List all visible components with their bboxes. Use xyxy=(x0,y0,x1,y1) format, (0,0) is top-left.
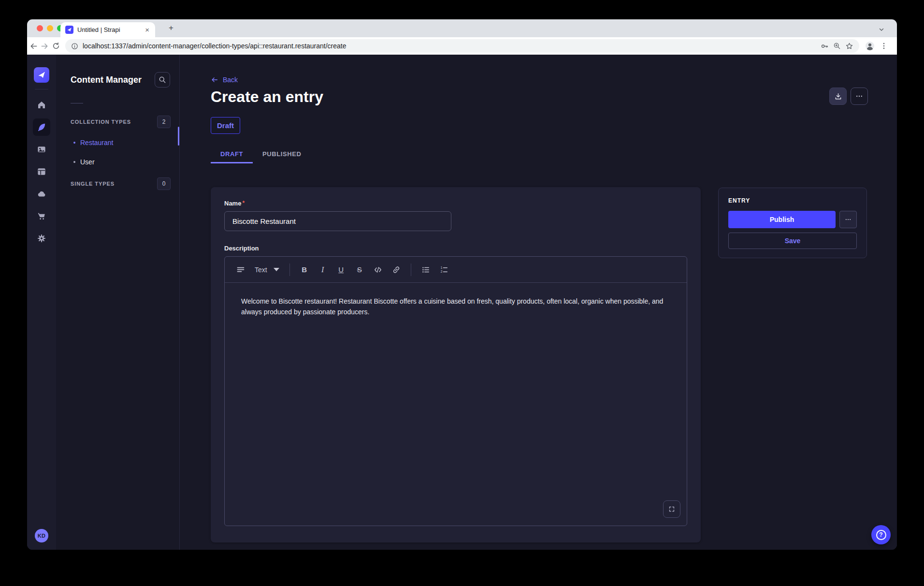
nav-marketplace-cart-icon[interactable] xyxy=(33,207,50,225)
help-button[interactable]: ? xyxy=(871,525,891,544)
nav-home-icon[interactable] xyxy=(33,96,50,114)
strapi-logo-icon[interactable] xyxy=(34,67,49,83)
tab-title: Untitled | Strapi xyxy=(77,26,140,33)
version-tabs: DRAFT PUBLISHED xyxy=(211,146,311,163)
main-content: Back Create an entry Draft DRAFT PUBLISH… xyxy=(180,55,897,550)
content-manager-subnav: Content Manager COLLECTION TYPES 2 Resta… xyxy=(56,55,180,550)
toolbar-divider xyxy=(289,264,290,276)
strapi-admin: KD Content Manager COLLECTION TYPES 2 xyxy=(27,55,897,550)
screenshot-stage: Untitled | Strapi × + local xyxy=(0,0,924,586)
url-bar[interactable]: localhost:1337/admin/content-manager/col… xyxy=(65,39,859,53)
tab-draft[interactable]: DRAFT xyxy=(211,146,253,163)
window-controls xyxy=(37,25,63,31)
save-button[interactable]: Save xyxy=(728,233,857,249)
publish-button[interactable]: Publish xyxy=(728,211,836,228)
bulleted-list-button[interactable] xyxy=(417,261,434,278)
browser-toolbar: localhost:1337/admin/content-manager/col… xyxy=(27,37,897,55)
search-button[interactable] xyxy=(155,72,170,88)
entry-panel-title: ENTRY xyxy=(728,197,857,204)
collection-types-count-badge: 2 xyxy=(157,116,171,128)
nav-content-manager-icon[interactable] xyxy=(33,118,50,136)
underline-button[interactable]: U xyxy=(332,261,350,278)
profile-avatar-icon[interactable] xyxy=(864,40,875,52)
description-editor-content[interactable]: Welcome to Biscotte restaurant! Restaura… xyxy=(225,283,687,526)
site-info-icon[interactable] xyxy=(71,43,78,50)
block-type-dropdown[interactable]: Text xyxy=(250,261,284,278)
bookmark-star-icon[interactable] xyxy=(845,42,853,50)
editor-toolbar: Text B I U S xyxy=(225,257,687,283)
entry-panel: ENTRY Publish Save xyxy=(718,188,867,258)
browser-tabstrip: Untitled | Strapi × + xyxy=(27,19,897,37)
sidebar-item-label: Restaurant xyxy=(80,139,113,146)
question-mark-icon: ? xyxy=(876,530,886,540)
collection-types-section: COLLECTION TYPES 2 xyxy=(56,116,179,128)
browser-tab[interactable]: Untitled | Strapi × xyxy=(60,22,155,37)
back-label: Back xyxy=(223,76,238,84)
svg-text:1: 1 xyxy=(440,266,442,269)
expand-editor-button[interactable] xyxy=(663,500,680,518)
nav-media-library-icon[interactable] xyxy=(33,141,50,158)
status-badge: Draft xyxy=(211,117,240,134)
main-nav-rail: KD xyxy=(27,55,56,550)
bold-button[interactable]: B xyxy=(296,261,313,278)
back-arrow-icon xyxy=(211,76,218,84)
nav-settings-gear-icon[interactable] xyxy=(33,230,50,247)
new-tab-button[interactable]: + xyxy=(166,23,176,33)
browser-menu-icon[interactable] xyxy=(878,40,889,52)
export-download-button[interactable] xyxy=(829,88,847,105)
reload-icon[interactable] xyxy=(50,40,61,52)
single-types-section: SINGLE TYPES 0 xyxy=(56,177,179,190)
header-actions xyxy=(829,88,868,105)
sidebar-item-restaurant[interactable]: Restaurant xyxy=(56,133,179,152)
back-link[interactable]: Back xyxy=(211,76,238,84)
tab-close-icon[interactable]: × xyxy=(144,25,150,34)
sidebar-item-label: User xyxy=(80,158,95,166)
link-button[interactable] xyxy=(388,261,405,278)
browser-window: Untitled | Strapi × + local xyxy=(27,19,897,550)
url-text[interactable]: localhost:1337/admin/content-manager/col… xyxy=(83,42,816,50)
close-window-button[interactable] xyxy=(37,25,43,31)
forward-nav-icon[interactable] xyxy=(39,40,50,52)
name-input[interactable] xyxy=(224,211,451,231)
subnav-title: Content Manager xyxy=(71,75,142,85)
strikethrough-button[interactable]: S xyxy=(351,261,368,278)
description-field-label: Description xyxy=(224,245,687,252)
numbered-list-button[interactable]: 12 xyxy=(435,261,453,278)
toolbar-divider xyxy=(411,264,411,276)
section-label: COLLECTION TYPES xyxy=(71,119,131,125)
entry-form-card: Name* Description Text xyxy=(211,187,701,542)
italic-button[interactable]: I xyxy=(314,261,332,278)
block-type-label: Text xyxy=(255,266,267,274)
nav-deploy-cloud-icon[interactable] xyxy=(33,185,50,203)
zoom-page-icon[interactable] xyxy=(833,42,841,50)
tab-published[interactable]: PUBLISHED xyxy=(253,146,311,163)
tab-search-chevron-icon[interactable] xyxy=(879,26,884,34)
align-text-icon[interactable] xyxy=(232,261,249,278)
sidebar-item-user[interactable]: User xyxy=(56,152,179,172)
code-button[interactable] xyxy=(369,261,387,278)
rail-divider xyxy=(35,89,48,89)
minimize-window-button[interactable] xyxy=(47,25,53,31)
active-item-indicator xyxy=(178,127,179,146)
section-label: SINGLE TYPES xyxy=(71,181,115,187)
name-field-label: Name* xyxy=(224,200,687,207)
required-mark: * xyxy=(242,200,245,206)
user-avatar[interactable]: KD xyxy=(35,529,48,542)
single-types-count-badge: 0 xyxy=(157,177,171,190)
more-actions-button[interactable] xyxy=(851,88,868,105)
strapi-favicon-icon xyxy=(65,26,73,34)
password-key-icon[interactable] xyxy=(821,42,829,50)
bullet-icon xyxy=(73,142,75,144)
page-title: Create an entry xyxy=(211,88,323,106)
chevron-down-icon xyxy=(274,268,279,271)
subnav-divider xyxy=(71,103,83,103)
bullet-icon xyxy=(73,161,75,163)
nav-content-type-builder-icon[interactable] xyxy=(33,163,50,180)
back-nav-icon[interactable] xyxy=(28,40,39,52)
entry-more-button[interactable] xyxy=(839,211,857,228)
rich-text-editor: Text B I U S xyxy=(224,256,687,526)
svg-text:2: 2 xyxy=(440,270,442,273)
